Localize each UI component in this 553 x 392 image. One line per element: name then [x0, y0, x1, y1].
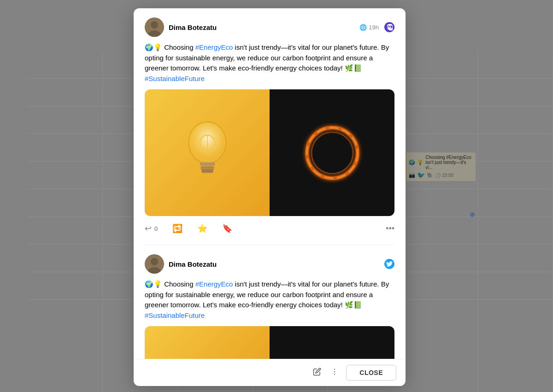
post-image-right-1 [270, 89, 394, 216]
post-actions-1: ↩ 0 🔁 ⭐ 🔖 ••• [145, 222, 394, 235]
retweet-icon: 🔁 [172, 223, 182, 234]
modal-scroll-body[interactable]: Dima Botezatu 🌐 19h 🌍💡 Choosing #EnergyE… [134, 8, 406, 359]
post-images-2 [145, 326, 394, 359]
post-time-1: 19h [369, 24, 379, 31]
post-text-2: 🌍💡 Choosing #EnergyEco isn't just trendy… [145, 279, 394, 321]
hashtag-sustainablefuture-1[interactable]: #SustainableFuture [145, 75, 205, 82]
post-header-1: Dima Botezatu 🌐 19h [145, 18, 394, 37]
more-footer-button[interactable] [329, 366, 341, 380]
post-detail-modal: Dima Botezatu 🌐 19h 🌍💡 Choosing #EnergyE… [134, 8, 406, 386]
avatar-2 [145, 254, 164, 274]
more-button-1[interactable]: ••• [386, 224, 394, 234]
post-author-2: Dima Botezatu [169, 260, 217, 268]
hashtag-energyeco-2[interactable]: #EnergyEco [195, 280, 233, 288]
post-card-2: Dima Botezatu 🌍💡 Choosing #EnergyEco isn… [145, 254, 394, 359]
post-image-left-1 [145, 89, 270, 216]
post-images-1 [145, 89, 394, 216]
more-icon: ••• [386, 224, 394, 234]
close-button[interactable]: CLOSE [346, 365, 396, 380]
post-card-1: Dima Botezatu 🌐 19h 🌍💡 Choosing #EnergyE… [145, 18, 394, 235]
retweet-button-1[interactable]: 🔁 [172, 223, 182, 234]
reply-icon: ↩ [145, 223, 152, 234]
edit-button[interactable] [311, 366, 323, 380]
star-icon: ⭐ [197, 223, 207, 234]
post-text-1: 🌍💡 Choosing #EnergyEco isn't just trendy… [145, 42, 394, 84]
hashtag-sustainablefuture-2[interactable]: #SustainableFuture [145, 311, 205, 319]
post-author-1: Dima Botezatu [169, 23, 217, 31]
svg-point-1 [151, 21, 158, 29]
modal-footer: CLOSE [134, 359, 406, 386]
reply-button-1[interactable]: ↩ 0 [145, 223, 158, 234]
svg-rect-6 [200, 162, 214, 166]
post-meta-1: 🌐 19h [359, 24, 379, 31]
post-divider [145, 245, 394, 245]
post-image-half-right-2 [270, 326, 394, 359]
svg-rect-8 [201, 170, 213, 173]
bookmark-button-1[interactable]: 🔖 [222, 223, 232, 234]
globe-icon-1: 🌐 [359, 24, 367, 31]
twitter-platform-icon [384, 259, 394, 269]
svg-point-16 [312, 132, 353, 174]
reply-count-1: 0 [154, 225, 158, 232]
svg-point-18 [151, 258, 158, 265]
svg-point-20 [334, 369, 335, 369]
post-image-half-left-2 [145, 326, 270, 359]
svg-point-22 [334, 374, 335, 374]
hashtag-energyeco-1[interactable]: #EnergyEco [195, 43, 233, 51]
svg-point-21 [334, 371, 335, 372]
bookmark-icon: 🔖 [222, 223, 232, 234]
post-header-2: Dima Botezatu [145, 254, 394, 274]
avatar-1 [145, 18, 164, 37]
mastodon-platform-icon [384, 22, 394, 32]
star-button-1[interactable]: ⭐ [197, 223, 207, 234]
